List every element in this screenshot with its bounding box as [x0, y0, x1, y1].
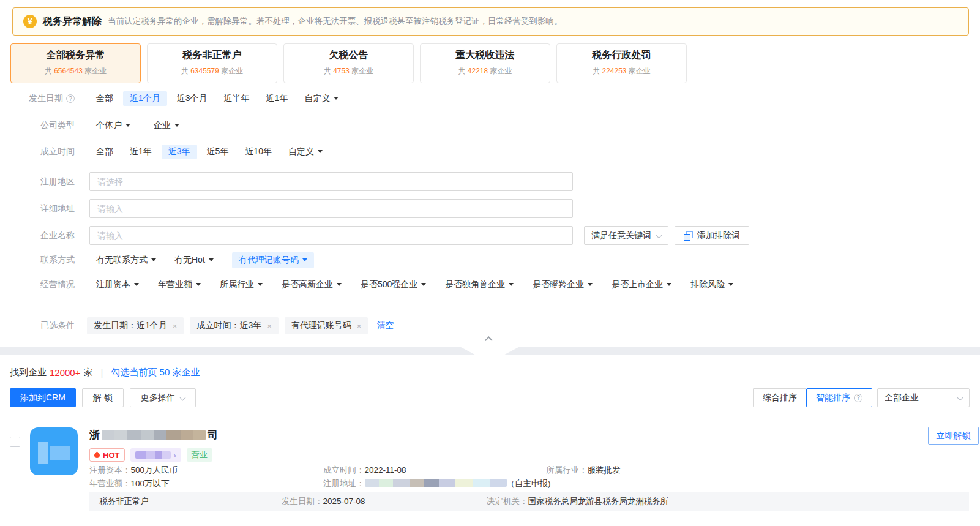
- found-prefix: 找到企业: [10, 367, 47, 378]
- filter-label: 企业名称: [0, 230, 75, 241]
- filter-label: 经营情况: [0, 279, 75, 290]
- caret-down-icon: [337, 283, 342, 286]
- occur-date-option-1month[interactable]: 近1个月: [123, 91, 167, 106]
- caret-down-icon: [302, 258, 307, 261]
- detail-address-input[interactable]: [89, 199, 573, 218]
- more-actions-button[interactable]: 更多操作: [130, 388, 196, 407]
- company-scope-select[interactable]: 全部企业: [877, 388, 970, 407]
- company-type-individual-dropdown[interactable]: 个体户: [96, 120, 130, 131]
- contact-has-contact-dropdown[interactable]: 有无联系方式: [96, 255, 156, 266]
- occur-date-option-all[interactable]: 全部: [89, 91, 120, 106]
- remove-condition-icon[interactable]: ×: [357, 321, 362, 331]
- filter-label: 详细地址: [0, 203, 75, 214]
- filter-label: 联系方式: [0, 255, 75, 266]
- condition-chip-establish-time: 成立时间：近3年×: [190, 317, 278, 334]
- tag-redacted[interactable]: ›: [130, 448, 181, 462]
- establish-option-3year[interactable]: 近3年: [162, 145, 197, 159]
- establish-option-5year[interactable]: 近5年: [200, 145, 236, 159]
- clear-conditions-link[interactable]: 清空: [376, 320, 394, 331]
- biz-listed-dropdown[interactable]: 是否上市企业: [612, 279, 671, 290]
- remove-condition-icon[interactable]: ×: [267, 321, 272, 331]
- tab-title: 全部税务异常: [47, 50, 105, 60]
- add-exclude-word-button[interactable]: 添加排除词: [675, 226, 749, 245]
- help-icon[interactable]: ?: [66, 94, 75, 103]
- caret-down-icon: [151, 258, 156, 261]
- yen-icon: ¥: [23, 15, 37, 28]
- caret-down-icon: [421, 283, 426, 286]
- caret-down-icon: [509, 283, 514, 286]
- tab-count: 共 224253 家企业: [593, 66, 651, 77]
- biz-industry-dropdown[interactable]: 所属行业: [220, 279, 263, 290]
- tag-redacted-content: [135, 451, 171, 459]
- tab-tax-admin-penalty[interactable]: 税务行政处罚 共 224253 家企业: [556, 43, 687, 83]
- tab-count: 共 42218 家企业: [458, 66, 512, 77]
- tab-tax-arrears-notice[interactable]: 欠税公告 共 4753 家企业: [283, 43, 414, 83]
- company-logo[interactable]: [30, 427, 78, 475]
- collapse-panel-chevron-up-icon[interactable]: [485, 336, 493, 344]
- tab-title: 税务非正常户: [183, 50, 242, 60]
- establish-custom-dropdown[interactable]: 自定义: [282, 145, 329, 159]
- tab-all-tax-abnormal[interactable]: 全部税务异常 共 6564543 家企业: [10, 43, 141, 83]
- unlock-now-button[interactable]: 立即解锁: [928, 427, 979, 445]
- occur-date-option-3month[interactable]: 近3个月: [170, 91, 214, 106]
- establish-option-10year[interactable]: 近10年: [238, 145, 279, 159]
- biz-exclude-risk-dropdown[interactable]: 排除风险: [690, 279, 733, 290]
- filter-label: 已选条件: [0, 320, 75, 331]
- caret-down-icon: [258, 283, 263, 286]
- company-badges: HOT › 营业: [89, 448, 212, 462]
- establish-option-all[interactable]: 全部: [89, 145, 120, 159]
- authority-label: 决定机关：: [487, 497, 528, 506]
- tax-notice-banner: ¥ 税务异常解除 当前认定税务异常的企业，需解除异常。若不处理，企业将无法开票、…: [12, 7, 969, 36]
- occur-date-option-halfyear[interactable]: 近半年: [217, 91, 256, 106]
- company-info-left: 注册资本：500万人民币 年营业额：100万以下: [89, 464, 178, 490]
- reg-capital-value: 500万人民币: [131, 465, 178, 475]
- company-name-redacted: [102, 430, 206, 440]
- found-suffix: 家: [83, 367, 92, 378]
- biz-reg-capital-dropdown[interactable]: 注册资本: [96, 279, 139, 290]
- biz-hightech-dropdown[interactable]: 是否高新企业: [282, 279, 342, 290]
- occur-date-option-1year[interactable]: 近1年: [260, 91, 295, 106]
- unlock-button[interactable]: 解 锁: [82, 388, 124, 407]
- contact-has-hot-dropdown[interactable]: 有无Hot: [174, 255, 214, 266]
- filter-row-selected-conditions: 已选条件 发生日期：近1个月× 成立时间：近3年× 有代理记账号码× 清空: [0, 317, 980, 334]
- condition-chip-occur-date: 发生日期：近1个月×: [87, 317, 184, 334]
- biz-unicorn-dropdown[interactable]: 是否独角兽企业: [445, 279, 514, 290]
- filter-label: 发生日期?: [0, 93, 75, 104]
- occur-date-custom-dropdown[interactable]: 自定义: [297, 91, 345, 106]
- hot-badge: HOT: [89, 448, 125, 462]
- tab-tax-irregular-account[interactable]: 税务非正常户 共 6345579 家企业: [147, 43, 277, 83]
- caret-down-icon: [209, 258, 214, 261]
- biz-gazelle-dropdown[interactable]: 是否瞪羚企业: [533, 279, 593, 290]
- industry-label: 所属行业：: [546, 465, 588, 475]
- occur-date-value: 2025-07-08: [323, 497, 365, 506]
- tab-count: 共 6564543 家企业: [45, 66, 107, 77]
- company-type-enterprise-dropdown[interactable]: 企业: [154, 120, 179, 131]
- company-name-input[interactable]: [89, 226, 573, 245]
- biz-annual-revenue-dropdown[interactable]: 年营业额: [158, 279, 201, 290]
- establish-option-1year[interactable]: 近1年: [123, 145, 159, 159]
- sort-smart-button[interactable]: 智能排序?: [806, 388, 872, 407]
- establish-label: 成立时间：: [323, 465, 365, 475]
- contact-agent-bookkeeping-dropdown[interactable]: 有代理记账号码: [232, 252, 314, 268]
- reg-region-input[interactable]: [89, 172, 573, 191]
- company-name-prefix: 浙: [89, 428, 100, 442]
- tab-title: 重大税收违法: [456, 50, 515, 60]
- row-checkbox[interactable]: [10, 437, 20, 447]
- company-name[interactable]: 浙 司: [89, 428, 218, 442]
- chevron-down-icon: [957, 395, 963, 401]
- reg-capital-label: 注册资本：: [89, 465, 131, 475]
- select-current-page-link[interactable]: 勾选当前页 50 家企业: [111, 367, 200, 378]
- filter-row-company-name: 企业名称 满足任意关键词 添加排除词: [0, 226, 980, 245]
- tab-major-tax-violation[interactable]: 重大税收违法 共 42218 家企业: [420, 43, 550, 83]
- add-to-crm-button[interactable]: 添加到CRM: [10, 388, 76, 407]
- biz-top500-dropdown[interactable]: 是否500强企业: [361, 279, 426, 290]
- help-icon[interactable]: ?: [854, 394, 862, 402]
- tax-abnormal-strip: 税务非正常户 发生日期：2025-07-08 决定机关：国家税务总局龙游县税务局…: [89, 492, 969, 511]
- results-summary: 找到企业 12000+ 家 | 勾选当前页 50 家企业: [10, 367, 200, 378]
- keyword-mode-select[interactable]: 满足任意关键词: [584, 226, 668, 245]
- tab-count: 共 6345579 家企业: [181, 66, 243, 77]
- sort-general-button[interactable]: 综合排序: [753, 388, 806, 407]
- remove-condition-icon[interactable]: ×: [173, 321, 178, 331]
- address-label: 注册地址：: [323, 479, 365, 488]
- chevron-down-icon: [656, 233, 662, 239]
